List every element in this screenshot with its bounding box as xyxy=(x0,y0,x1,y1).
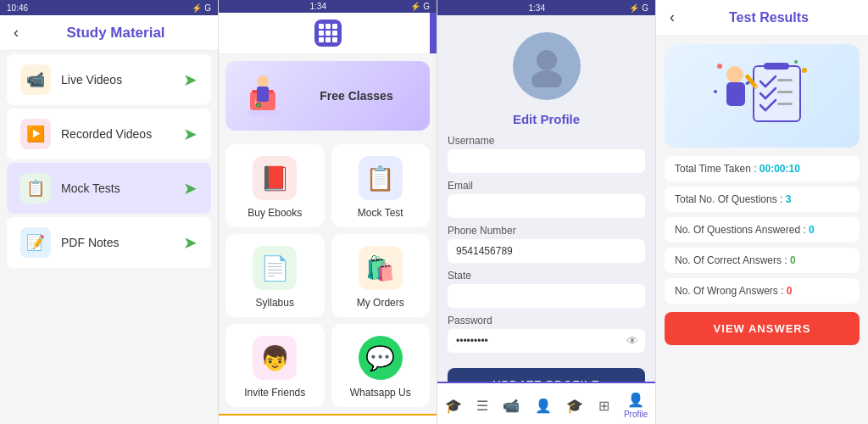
status-time-3: 1:34 xyxy=(528,3,544,13)
p3-grid-icon: ⊞ xyxy=(598,398,609,414)
menu-item-live-videos[interactable]: 📹 Live Videos ➤ xyxy=(7,54,211,105)
svg-rect-11 xyxy=(764,63,789,70)
grid-item-buy-ebooks[interactable]: 📕 Buy Ebooks xyxy=(225,144,325,227)
svg-point-3 xyxy=(257,75,269,87)
menu-label-mock-tests: Mock Tests xyxy=(61,181,173,195)
state-label: State xyxy=(448,270,645,282)
free-classes-label: Free Classes xyxy=(297,89,416,103)
p3-tab-grid[interactable]: ⊞ xyxy=(592,396,616,416)
back-button-1[interactable]: ‹ xyxy=(14,24,19,42)
banner-svg: ↓ ✓ xyxy=(242,75,288,117)
svg-rect-19 xyxy=(777,91,793,93)
status-right-3: ⚡ G xyxy=(629,3,648,13)
grid-item-syllabus[interactable]: 📄 Syllabus xyxy=(225,234,325,317)
grid-label-mock-test: Mock Test xyxy=(358,207,403,219)
grid-item-whatsapp-us[interactable]: 💬 Whatsapp Us xyxy=(331,324,431,407)
p3-more-icon: ☰ xyxy=(476,398,488,414)
result-banner xyxy=(665,44,860,148)
status-icons-1: ⚡ G xyxy=(192,3,211,13)
eye-icon[interactable]: 👁 xyxy=(626,334,638,348)
result-illustration xyxy=(711,58,813,134)
correct-value: 0 xyxy=(790,254,796,266)
wrong-value: 0 xyxy=(787,285,793,297)
grid-item-mock-test[interactable]: 📋 Mock Test xyxy=(331,144,431,227)
p3-tab-courses[interactable]: 🎓 xyxy=(559,396,590,416)
time-label: Total Time Taken : xyxy=(675,163,760,175)
panel1-title: Study Material xyxy=(27,25,204,42)
menu-arrow-recorded-videos: ➤ xyxy=(183,124,198,144)
dot xyxy=(319,31,324,36)
update-profile-button[interactable]: UPDATE PROFILE xyxy=(448,368,645,382)
menu-label-recorded-videos: Recorded Videos xyxy=(61,127,173,141)
svg-point-8 xyxy=(537,50,557,70)
grid-item-invite-friends[interactable]: 👦 Invite Friends xyxy=(225,324,325,407)
menu-list: 📹 Live Videos ➤ ▶️ Recorded Videos ➤ 📋 M… xyxy=(0,51,218,271)
status-bar-1: 10:46 ⚡ G xyxy=(0,0,218,15)
password-label: Password xyxy=(448,315,645,326)
p3-user-icon: 👤 xyxy=(535,398,552,414)
app-grid-panel: 1:34 ⚡ G xyxy=(219,0,437,424)
profile-form: Username Email Phone Number State Passwo… xyxy=(437,135,655,382)
menu-icon-mock-tests: 📋 xyxy=(20,173,51,204)
correct-label: No. Of Correct Answers : xyxy=(675,254,790,266)
avatar-svg xyxy=(526,45,568,87)
email-input[interactable] xyxy=(448,194,645,218)
email-label: Email xyxy=(448,180,645,192)
result-total-q: Total No. Of Questions : 3 xyxy=(665,187,860,212)
dot xyxy=(326,37,331,42)
p3-tab-user[interactable]: 👤 xyxy=(528,396,559,416)
purple-bar xyxy=(430,13,437,53)
panel3-bottom-nav: 🎓 ☰ 📹 👤 🎓 ⊞ 👤 Profile xyxy=(437,382,655,424)
status-time-2: 1:34 xyxy=(309,2,326,11)
back-button-4[interactable]: ‹ xyxy=(670,8,675,26)
p3-tab-more[interactable]: ☰ xyxy=(470,396,495,416)
grid-label-whatsapp-us: Whatsapp Us xyxy=(350,387,411,399)
p3-tab-videos[interactable]: 📹 xyxy=(496,396,526,416)
password-input[interactable] xyxy=(448,329,645,353)
answered-label: No. Of Questions Answered : xyxy=(675,224,809,236)
svg-point-21 xyxy=(726,66,743,83)
panel2-header xyxy=(219,13,437,54)
svg-point-26 xyxy=(717,64,722,69)
phone-input[interactable] xyxy=(448,239,645,263)
svg-rect-18 xyxy=(777,79,793,81)
time-value: 00:00:10 xyxy=(760,163,800,175)
grid-icon-my-orders: 🛍️ xyxy=(359,246,403,290)
menu-item-pdf-notes[interactable]: 📝 PDF Notes ➤ xyxy=(7,217,211,268)
svg-rect-20 xyxy=(777,103,793,105)
menu-label-pdf-notes: PDF Notes xyxy=(61,236,173,249)
dot xyxy=(332,37,337,42)
grid-icon-syllabus: 📄 xyxy=(253,246,297,290)
wrong-label: No. Of Wrong Answers : xyxy=(675,285,787,297)
menu-icon-live-videos: 📹 xyxy=(20,64,51,95)
status-bar-3: 1:34 ⚡ G xyxy=(437,0,655,15)
status-time-1: 10:46 xyxy=(7,3,28,13)
dot xyxy=(332,31,337,36)
menu-item-mock-tests[interactable]: 📋 Mock Tests ➤ xyxy=(7,163,211,214)
p3-tab-profile[interactable]: 👤 Profile xyxy=(617,390,654,421)
view-answers-button[interactable]: VIEW ANSWERS xyxy=(665,312,860,345)
grid-container: 📕 Buy Ebooks 📋 Mock Test 📄 Syllabus 🛍️ M… xyxy=(219,137,437,414)
svg-point-27 xyxy=(794,60,798,64)
state-input[interactable] xyxy=(448,284,645,308)
grid-icon[interactable] xyxy=(314,20,342,47)
p3-tab-home[interactable]: 🎓 xyxy=(438,396,469,416)
edit-profile-title: Edit Profile xyxy=(437,109,655,135)
result-correct: No. Of Correct Answers : 0 xyxy=(665,248,860,273)
dot xyxy=(326,31,331,36)
username-input[interactable] xyxy=(448,149,645,173)
p3-profile-label: Profile xyxy=(624,410,648,419)
panel4-header: ‹ Test Results xyxy=(656,0,868,36)
grid-label-invite-friends: Invite Friends xyxy=(244,387,305,399)
grid-label-syllabus: Syllabus xyxy=(256,297,294,309)
svg-rect-22 xyxy=(726,82,745,106)
free-classes-banner[interactable]: ↓ ✓ Free Classes xyxy=(225,61,430,131)
grid-item-my-orders[interactable]: 🛍️ My Orders xyxy=(331,234,431,317)
answered-value: 0 xyxy=(809,224,815,236)
username-field: Username xyxy=(448,135,645,173)
username-label: Username xyxy=(448,135,645,147)
menu-label-live-videos: Live Videos xyxy=(61,73,173,86)
menu-item-recorded-videos[interactable]: ▶️ Recorded Videos ➤ xyxy=(7,109,211,159)
dot xyxy=(332,24,337,29)
grid-label-my-orders: My Orders xyxy=(357,297,404,309)
